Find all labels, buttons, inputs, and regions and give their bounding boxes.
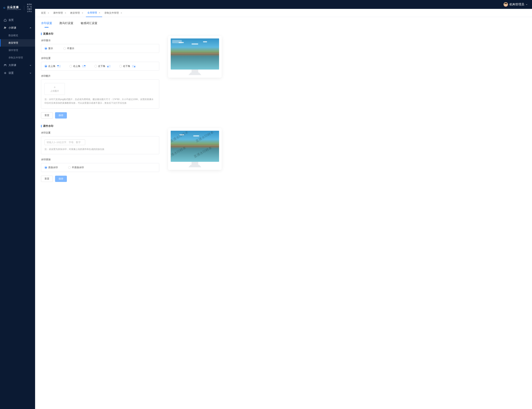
sub-tabs: 水印设置 跑马灯设置 敏感词汇设置 (35, 17, 532, 28)
sidebar-item-classroom-mgmt[interactable]: 教室管理 (0, 39, 35, 46)
sidebar-item-largeclass[interactable]: 大班课 (0, 61, 35, 69)
upload-button[interactable]: ＋ 上传图片 (45, 83, 65, 95)
avatar (504, 2, 508, 7)
close-icon[interactable]: × (47, 11, 50, 14)
radio-pos-bl[interactable]: 左下角 (94, 65, 110, 68)
tab-recording[interactable]: 录制文件管理× (103, 9, 124, 17)
user-menu[interactable]: 机构管理员 (504, 2, 528, 7)
radio-pos-tl[interactable]: 左上角 (45, 65, 61, 68)
sidebar-item-recording-mgmt[interactable]: 录制文件管理 (9, 54, 35, 61)
radio-pos-tr[interactable]: 右上角 (70, 65, 86, 68)
sidebar-item-smallclass[interactable]: 小班课 (0, 24, 35, 32)
preview-monitor-live (168, 36, 222, 78)
brand-title: 云朵直播 (7, 6, 21, 9)
radio-display-hide[interactable]: 不显示 (63, 47, 74, 50)
brand-subtitle: yunduoketang.com (7, 9, 21, 10)
field-label-position: 水印位置 (41, 56, 159, 60)
preview-monitor-courseware: 直播水印样本 直播水印样本 直播水印样本 直播水印样本 (168, 128, 222, 170)
home-icon (4, 19, 7, 22)
sidebar-nav: 首页 小班课 数据概览 教室管理 课件管理 录制文件管理 大班课 设置 (0, 15, 35, 77)
close-icon[interactable]: × (64, 11, 66, 14)
reset-button[interactable]: 重置 (41, 112, 53, 119)
sub-tab-watermark[interactable]: 水印设置 (41, 21, 52, 28)
watermark-text-input[interactable] (45, 139, 85, 145)
sidebar-item-label: 设置 (9, 71, 14, 75)
reset-button[interactable]: 重置 (41, 176, 53, 182)
tabs-bar: 首页× 课件管理× 教室管理× 全局管理× 录制文件管理× (35, 9, 532, 17)
radio-add-no[interactable]: 不添加水印 (68, 166, 84, 169)
field-label-image: 水印图片 (41, 74, 159, 78)
sidebar-item-settings[interactable]: 设置 (0, 69, 35, 77)
radio-group-position: 左上角 右上角 左下角 右下角 (41, 62, 159, 71)
tab-classroom[interactable]: 教室管理× (69, 9, 85, 17)
sub-tab-sensitive[interactable]: 敏感词汇设置 (81, 21, 97, 28)
gear-icon (4, 72, 7, 74)
section-title-courseware: 课件水印 (41, 124, 159, 128)
text-note: 注：若设置为添加水印，对直播上传的课件和生成的回放生效 (45, 147, 156, 151)
svg-point-2 (4, 64, 5, 65)
brand-logo: 云朵直播 yunduoketang.com 教育机构一站 式服务云平台 (0, 0, 35, 15)
sidebar-item-home[interactable]: 首页 (0, 16, 35, 24)
tab-home[interactable]: 首页× (40, 9, 51, 17)
svg-point-3 (5, 64, 6, 65)
plus-icon: ＋ (53, 85, 56, 89)
close-icon[interactable]: × (81, 11, 83, 14)
users-icon (4, 27, 7, 29)
field-label-display: 水印显示 (41, 39, 159, 42)
radio-group-display: 显示 不显示 (41, 44, 159, 53)
sub-tab-marquee[interactable]: 跑马灯设置 (60, 21, 73, 28)
radio-pos-br[interactable]: 右下角 (119, 65, 135, 68)
upload-label: 上传图片 (50, 90, 59, 93)
chevron-down-icon (30, 64, 31, 67)
sidebar-item-label: 首页 (9, 19, 14, 22)
sidebar-item-label: 大班课 (9, 64, 16, 67)
sidebar: 云朵直播 yunduoketang.com 教育机构一站 式服务云平台 首页 小… (0, 0, 35, 409)
topbar: 机构管理员 (35, 0, 532, 9)
watermark-preview-badge (172, 40, 182, 43)
tab-courseware[interactable]: 课件管理× (52, 9, 68, 17)
field-label-text: 水印文案 (41, 131, 159, 134)
field-label-add: 水印添加 (41, 158, 159, 161)
radio-display-show[interactable]: 显示 (45, 47, 53, 50)
save-button[interactable]: 保存 (55, 176, 67, 182)
chevron-down-icon (30, 72, 31, 74)
cloud-icon (3, 5, 6, 10)
sidebar-item-label: 小班课 (9, 26, 16, 30)
chevron-down-icon (526, 3, 528, 6)
radio-add-yes[interactable]: 添加水印 (45, 166, 58, 169)
sidebar-item-courseware-mgmt[interactable]: 课件管理 (9, 46, 35, 54)
brand-slogan: 教育机构一站 式服务云平台 (27, 3, 32, 13)
close-icon[interactable]: × (120, 11, 122, 14)
sidebar-item-data-overview[interactable]: 数据概览 (9, 32, 35, 39)
group-icon (4, 64, 7, 67)
tab-global[interactable]: 全局管理× (86, 9, 102, 17)
svg-point-4 (5, 73, 6, 74)
close-icon[interactable]: × (99, 11, 101, 14)
svg-point-0 (4, 27, 5, 28)
image-note: 注：水印只支持png格式图片，且必须为透明底。建议最佳图片尺寸：174*80，大… (45, 97, 156, 105)
radio-group-add: 添加水印 不添加水印 (41, 163, 159, 172)
user-name: 机构管理员 (509, 3, 524, 7)
svg-point-1 (5, 27, 6, 28)
save-button[interactable]: 保存 (55, 112, 67, 119)
chevron-up-icon (30, 27, 31, 29)
section-title-live: 直播水印 (41, 32, 159, 36)
